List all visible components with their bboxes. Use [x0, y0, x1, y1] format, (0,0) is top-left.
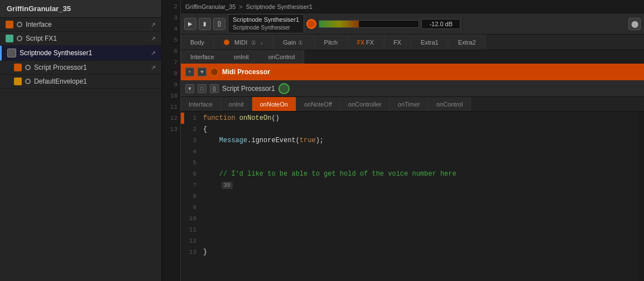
line3-content: Message.ignoreEvent(true);	[201, 135, 638, 146]
proc-down-button[interactable]: ▼	[198, 67, 206, 76]
tab-pitch-label: Pitch	[324, 39, 338, 46]
gain-num: ①	[298, 40, 303, 46]
editor-tab-oninit[interactable]: onInit	[221, 97, 252, 111]
sidebar-item-scriptfx1[interactable]: Script FX1 ↗	[0, 32, 161, 46]
fx1-badge: FX	[357, 40, 364, 46]
code-line-4: 4	[181, 146, 638, 157]
line7-badge: 39	[222, 182, 233, 189]
editor-tab-interface[interactable]: Interface	[181, 97, 221, 111]
processor-header: + ▼ Midi Processor	[181, 64, 644, 80]
defaultenv-label: DefaultEnvelope1	[34, 77, 156, 85]
script-edit-button[interactable]: □	[198, 84, 206, 93]
scriptnode-label: Scriptnode Synthesiser1	[20, 49, 151, 57]
script-bar: ▼ □ {} Script Processor1	[181, 80, 644, 97]
line4-num: 4	[184, 146, 201, 157]
line7-num: 7	[184, 180, 201, 191]
sidebar-item-scriptnode[interactable]: Scriptnode Synthesiser1 ↗	[0, 46, 161, 61]
subtab-oncontrol[interactable]: onControl	[259, 50, 305, 64]
line11-content	[201, 224, 638, 235]
scriptfx-ext-icon: ↗	[151, 35, 156, 42]
inst-name-line1: Scriptnode Synthesiser1	[233, 16, 299, 24]
instrument-bar: ▶ ▮ {} Scriptnode Synthesiser1 Scriptnod…	[181, 13, 644, 35]
tab-midi[interactable]: MIDI ① ⬦	[214, 35, 273, 50]
topbar-current: Scriptnode Synthesiser1	[246, 3, 313, 10]
code-line-10: 10	[181, 213, 638, 224]
inst-name-line2: Scriptnode Synthesiser	[233, 24, 299, 32]
subtab-interface-label: Interface	[190, 54, 214, 60]
script-power-button[interactable]	[278, 83, 290, 94]
tab-body-label: Body	[190, 39, 204, 46]
code-line-5: 5	[181, 157, 638, 168]
record-button[interactable]: {}	[213, 18, 225, 30]
tab-fx2-label: FX	[393, 39, 401, 46]
main-area: GriffinGranular_35 > Scriptnode Synthesi…	[181, 0, 644, 281]
tab-fx1[interactable]: FX FX	[348, 35, 383, 50]
line9-num: 9	[184, 202, 201, 213]
line4-content	[201, 146, 638, 157]
scriptproc-color-icon	[14, 64, 22, 71]
line5-num: 5	[184, 157, 201, 168]
scriptproc-ext-icon: ↗	[151, 64, 156, 71]
editor-tab-onnote-on-label: onNoteOn	[260, 101, 288, 108]
editor-tab-oninit-label: onInit	[229, 101, 244, 108]
code-line-1: 1 function onNoteOn()	[181, 113, 638, 124]
line10-num: 10	[184, 213, 201, 224]
subtab-interface[interactable]: Interface	[181, 50, 224, 64]
proc-power-button[interactable]	[210, 67, 219, 76]
tab-body[interactable]: Body	[181, 35, 214, 50]
line11-num: 11	[184, 224, 201, 235]
code-line-8: 8	[181, 191, 638, 202]
sidebar-title: GriffinGranular_35	[0, 0, 161, 18]
tab-extra1-label: Extra1	[421, 39, 439, 46]
editor-tab-oncontroller[interactable]: onController	[340, 97, 390, 111]
scriptproc-label: Script Processor1	[34, 64, 151, 71]
midi-led	[224, 40, 229, 45]
line2-content: {	[201, 124, 638, 135]
scriptfx-label: Script FX1	[26, 35, 151, 42]
editor-tab-onnote-off[interactable]: onNoteOff	[296, 97, 340, 111]
tab-extra1[interactable]: Extra1	[411, 35, 448, 50]
tab-pitch[interactable]: Pitch	[315, 35, 347, 50]
scriptnode-ext-icon: ↗	[151, 50, 156, 57]
code-line-2: 2 {	[181, 124, 638, 135]
rewind-button[interactable]: ▮	[199, 18, 211, 30]
play-button[interactable]: ▶	[184, 18, 196, 30]
script-fold-button[interactable]: ▼	[185, 84, 194, 93]
sidebar-item-scriptproc1[interactable]: Script Processor1 ↗	[0, 61, 161, 75]
editor-tab-oncontrol-label: onControl	[436, 101, 463, 108]
code-line-3: 3 Message.ignoreEvent(true);	[181, 135, 638, 146]
tab-gain-label: Gain	[283, 39, 296, 46]
proc-add-button[interactable]: +	[185, 67, 194, 76]
defaultenv-circle-icon	[25, 79, 31, 84]
code-line-12: 12	[181, 235, 638, 246]
code-editor[interactable]: 1 function onNoteOn() 2 { 3 Message.igno…	[181, 112, 644, 281]
defaultenv-color-icon	[14, 77, 22, 85]
line6-content: // I'd like to be able to get hold of th…	[201, 168, 638, 180]
editor-scrollbar[interactable]	[638, 112, 644, 281]
tab-extra2[interactable]: Extra2	[449, 35, 486, 50]
sidebar-item-defaultenv[interactable]: DefaultEnvelope1	[0, 75, 161, 89]
instrument-power-button[interactable]	[306, 19, 316, 29]
project-name: GriffinGranular_35	[185, 3, 236, 10]
tab-fx2[interactable]: FX	[384, 35, 411, 50]
line12-content	[201, 235, 638, 246]
editor-tab-ontimer[interactable]: onTimer	[390, 97, 429, 111]
script-braces-button[interactable]: {}	[210, 84, 219, 93]
line2-num: 2	[184, 124, 201, 135]
midi-icon: ⬦	[260, 40, 263, 46]
scriptfx-color-icon	[6, 35, 13, 42]
editor-tab-onnote-on[interactable]: onNoteOn	[252, 97, 296, 111]
code-content-area[interactable]: 1 function onNoteOn() 2 { 3 Message.igno…	[181, 112, 638, 281]
main-tab-bar: Body MIDI ① ⬦ Gain ① Pitch FX FX FX Extr…	[181, 35, 644, 50]
subtab-oninit[interactable]: onInit	[224, 50, 258, 64]
line8-content	[201, 191, 638, 202]
editor-tab-oncontrol[interactable]: onControl	[429, 97, 472, 111]
editor-tab-oncontroller-label: onController	[348, 101, 382, 108]
sidebar-item-interface[interactable]: Interface ↗	[0, 18, 161, 32]
editor-tab-bar: Interface onInit onNoteOn onNoteOff onCo…	[181, 97, 644, 112]
tab-gain[interactable]: Gain ①	[273, 35, 314, 50]
midi-num: ①	[251, 40, 256, 46]
tab-midi-label: MIDI	[234, 39, 247, 46]
interface-color-icon	[6, 21, 13, 28]
preset-button[interactable]: ⬤	[628, 18, 641, 30]
